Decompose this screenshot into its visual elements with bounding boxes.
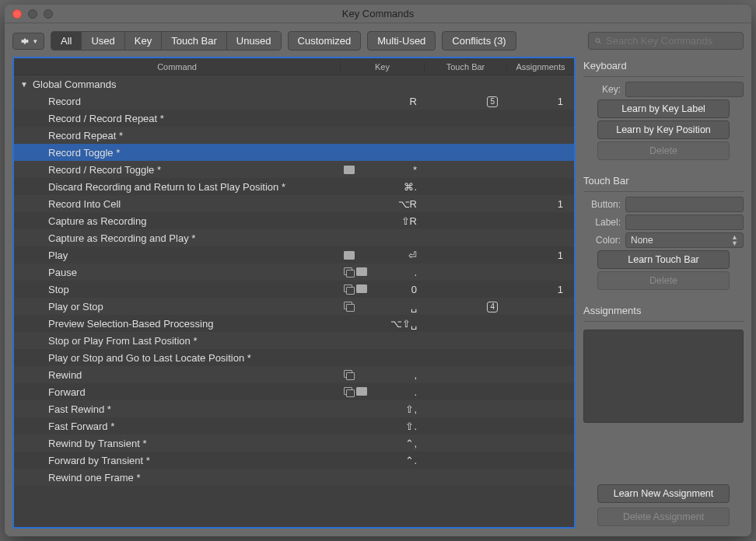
col-assignments[interactable]: Assignments [507, 62, 574, 72]
gear-menu-button[interactable]: ▾ [12, 33, 44, 50]
table-row[interactable]: Capture as Recording and Play * [14, 229, 574, 246]
command-cell: Forward [14, 386, 341, 398]
disclosure-triangle-icon[interactable]: ▼ [20, 80, 28, 89]
numpad-icon [356, 267, 367, 276]
key-cell: ⇧. [341, 421, 425, 432]
table-row[interactable]: Play⏎1 [14, 246, 574, 264]
copy-icon [344, 370, 355, 379]
learn-touchbar-button[interactable]: Learn Touch Bar [597, 250, 730, 269]
assignments-cell: 1 [507, 284, 574, 295]
col-touchbar[interactable]: Touch Bar [425, 62, 507, 72]
key-cell: ⇧R [341, 215, 425, 227]
command-cell: Record Repeat * [14, 130, 341, 141]
keyboard-title: Keyboard [583, 57, 744, 76]
command-cell: Pause [14, 267, 341, 278]
table-row[interactable]: Rewind one Frame * [14, 469, 574, 486]
col-key[interactable]: Key [341, 62, 425, 72]
delete-assignment-button[interactable]: Delete Assignment [597, 508, 730, 526]
color-value: None [631, 235, 653, 246]
key-label: Key: [583, 84, 621, 95]
numpad-icon [344, 251, 355, 260]
assignments-cell: 1 [507, 96, 574, 107]
touchbar-badge: 5 [487, 96, 498, 107]
table-row[interactable]: Stop01 [14, 281, 574, 298]
delete-touchbar-button[interactable]: Delete [597, 271, 730, 290]
filter-unused[interactable]: Unused [227, 32, 281, 50]
assignments-title: Assignments [583, 302, 744, 321]
touchbar-label-field[interactable] [625, 215, 744, 230]
touchbar-cell: 5 [425, 95, 507, 107]
touchbar-section: Touch Bar Button: Label: Color: None [583, 172, 744, 292]
key-field-row: Key: [583, 82, 744, 97]
key-cell: ⌥R [341, 198, 425, 210]
filter-segment: AllUsedKeyTouch BarUnused [51, 31, 282, 51]
table-row[interactable]: Discard Recording and Return to Last Pla… [14, 178, 574, 195]
command-cell: Fast Forward * [14, 421, 341, 432]
search-icon [595, 36, 601, 46]
window: Key Commands ▾ AllUsedKeyTouch BarUnused… [5, 5, 751, 536]
table-row[interactable]: Pause. [14, 264, 574, 281]
color-select[interactable]: None ▲▼ [625, 232, 744, 248]
table-row[interactable]: Preview Selection-Based Processing⌥⇧␣ [14, 315, 574, 332]
delete-key-button[interactable]: Delete [597, 141, 730, 160]
keyboard-section: Keyboard Key: Learn by Key Label Learn b… [583, 57, 744, 162]
table-row[interactable]: Capture as Recording⇧R [14, 212, 574, 229]
table-row[interactable]: Forward by Transient *⌃. [14, 452, 574, 469]
table-row[interactable]: Record Into Cell⌥R1 [14, 195, 574, 212]
touchbar-cell: 4 [425, 300, 507, 312]
table-row[interactable]: Rewind by Transient *⌃, [14, 435, 574, 452]
pill-conflicts-3-[interactable]: Conflicts (3) [442, 31, 516, 51]
command-cell: Play or Stop and Go to Last Locate Posit… [14, 352, 341, 364]
filter-key[interactable]: Key [125, 32, 162, 50]
learn-assignment-button[interactable]: Learn New Assignment [597, 484, 730, 503]
filter-all[interactable]: All [51, 32, 82, 50]
table-row[interactable]: Fast Forward *⇧. [14, 417, 574, 435]
copy-icon [344, 387, 355, 396]
key-field[interactable] [625, 82, 744, 97]
search-field[interactable] [588, 32, 744, 50]
table-row[interactable]: Record / Record Toggle ** [14, 161, 574, 178]
command-cell: Record Toggle * [14, 147, 341, 159]
command-cell: Rewind by Transient * [14, 438, 341, 449]
learn-key-label-button[interactable]: Learn by Key Label [597, 99, 730, 118]
table-row[interactable]: RecordR51 [14, 92, 574, 110]
chevron-down-icon: ▾ [33, 37, 37, 45]
table-row[interactable]: Play or Stop and Go to Last Locate Posit… [14, 349, 574, 366]
pill-customized[interactable]: Customized [288, 31, 362, 51]
table-row[interactable]: Stop or Play From Last Position * [14, 332, 574, 349]
table-row[interactable]: Record / Record Repeat * [14, 110, 574, 127]
key-cell: R [341, 96, 425, 107]
pill-multi-used[interactable]: Multi-Used [367, 31, 436, 51]
key-cell: . [341, 267, 425, 278]
titlebar: Key Commands [5, 5, 751, 23]
col-command[interactable]: Command [14, 62, 341, 72]
group-row[interactable]: ▼ Global Commands [14, 75, 574, 92]
table-row[interactable]: Record Toggle * [14, 144, 574, 161]
command-cell: Stop [14, 284, 341, 295]
table-row[interactable]: Play or Stop␣4 [14, 298, 574, 315]
command-cell: Play [14, 250, 341, 261]
filter-pills: CustomizedMulti-UsedConflicts (3) [288, 31, 516, 51]
table-row[interactable]: Rewind, [14, 366, 574, 383]
key-cell: ⌥⇧␣ [341, 318, 425, 330]
content: ▾ AllUsedKeyTouch BarUnused CustomizedMu… [5, 23, 751, 536]
table-header: Command Key Touch Bar Assignments [14, 58, 574, 75]
copy-icon [344, 267, 355, 277]
select-chevron-icon: ▲▼ [731, 234, 738, 246]
assignments-cell: 1 [507, 250, 574, 261]
filter-touch-bar[interactable]: Touch Bar [162, 32, 227, 50]
table-row[interactable]: Record Repeat * [14, 127, 574, 144]
search-input[interactable] [606, 35, 737, 47]
filter-used[interactable]: Used [82, 32, 124, 50]
learn-key-position-button[interactable]: Learn by Key Position [597, 120, 730, 139]
main: Command Key Touch Bar Assignments ▼ Glob… [12, 57, 744, 529]
key-cell: ⌃. [341, 455, 425, 466]
touchbar-button-field[interactable] [625, 197, 744, 212]
side-panel: Keyboard Key: Learn by Key Label Learn b… [583, 57, 744, 529]
table-row[interactable]: Fast Rewind *⇧, [14, 400, 574, 417]
assignments-list[interactable] [583, 330, 744, 423]
command-cell: Play or Stop [14, 301, 341, 312]
label-label: Label: [583, 217, 621, 228]
command-cell: Record Into Cell [14, 198, 341, 210]
table-row[interactable]: Forward. [14, 383, 574, 400]
